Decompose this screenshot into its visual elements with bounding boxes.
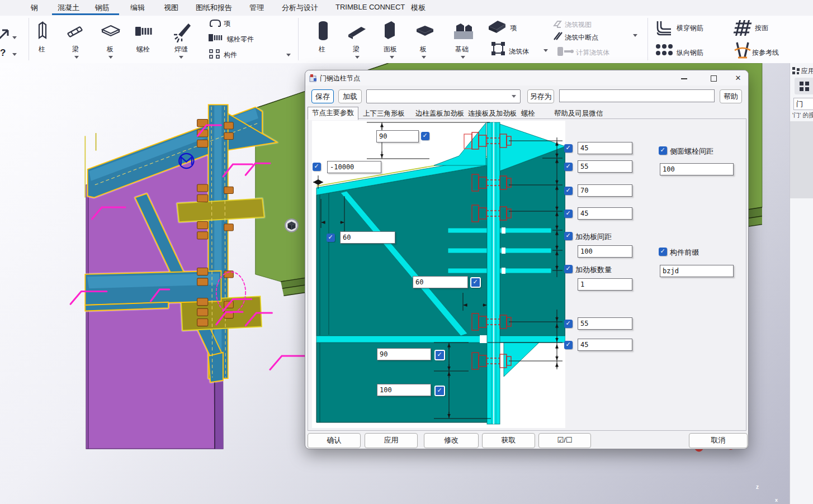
bottom-dim-a-checkbox[interactable] [434,350,445,360]
weld-caret[interactable] [179,56,183,59]
panel-grid-button[interactable] [795,78,813,94]
bottom-right-dim-1-checkbox[interactable] [564,320,573,328]
side-bolt-spacing-checkbox[interactable] [659,146,667,155]
gusset-offset-field[interactable] [340,231,395,244]
component-search-input[interactable] [793,98,813,110]
concrete-item-icon[interactable] [485,18,508,35]
slab-icon[interactable] [415,25,435,39]
elevation-checkbox[interactable] [313,163,321,171]
footing-label[interactable]: 基础 [455,45,469,54]
menu-edit[interactable]: 编辑 [130,3,145,13]
maximize-button[interactable] [704,73,723,84]
slab-label[interactable]: 板 [420,45,427,54]
right-dim-4-checkbox[interactable] [564,210,573,218]
by-refline-label[interactable]: 按参考线 [752,48,779,58]
right-dim-4-field[interactable] [578,207,632,220]
stiffener-spacing-checkbox[interactable] [564,232,573,240]
gusset-offset-checkbox[interactable] [327,234,335,242]
cancel-button[interactable]: 取消 [689,433,748,448]
by-face-label[interactable]: 按面 [755,23,768,33]
results-area[interactable] [790,121,813,198]
steel-beam-caret[interactable] [74,56,79,59]
menu-template[interactable]: 模板 [411,3,426,13]
right-dim-1-checkbox[interactable] [564,144,573,153]
steel-column-icon[interactable] [35,21,50,41]
bottom-right-dim-2-checkbox[interactable] [564,341,573,349]
get-button[interactable]: 获取 [482,433,535,448]
elevation-field[interactable] [327,161,381,173]
brace-offset-field[interactable] [413,276,468,288]
concrete-beam-caret[interactable] [355,56,360,59]
menu-steel[interactable]: 钢 [31,3,38,13]
panel-caret[interactable] [390,56,394,59]
concrete-beam-label[interactable]: 梁 [353,45,360,54]
menu-rebar[interactable]: 钢筋 [95,3,110,13]
right-dim-3-checkbox[interactable] [564,187,573,195]
dialog-titlebar[interactable]: 门钢边柱节点 ✕ [305,70,748,85]
close-button[interactable]: ✕ [729,73,748,84]
panel-label[interactable]: 面板 [384,45,397,54]
steel-group-caret[interactable] [286,54,291,56]
prefix-checkbox[interactable] [659,248,667,256]
menu-manage[interactable]: 管理 [249,3,264,13]
prefix-field[interactable] [660,265,734,277]
concrete-item-label[interactable]: 项 [510,23,517,33]
save-as-button[interactable]: 另存为 [527,89,554,103]
bottom-right-dim-2-field[interactable] [578,339,632,351]
right-dim-1-field[interactable] [578,142,632,154]
steel-beam-label[interactable]: 梁 [72,45,79,54]
brace-offset-checkbox[interactable] [470,277,481,288]
weld-icon[interactable] [171,20,193,42]
by-face-icon[interactable] [731,19,753,37]
save-as-name-input[interactable] [559,89,715,102]
component-icon[interactable] [209,49,220,59]
stiffener-count-field[interactable] [578,278,632,291]
pour-break-label[interactable]: 浇筑中断点 [565,33,598,42]
menu-concrete[interactable]: 混凝土 [58,3,79,13]
concrete-column-label[interactable]: 柱 [319,45,325,54]
steel-item-label[interactable]: 项 [224,19,230,28]
stiffener-count-checkbox[interactable] [564,265,573,273]
bottom-right-dim-1-field[interactable] [578,317,632,330]
menu-analysis[interactable]: 分析与设计 [282,3,318,13]
ok-button[interactable]: 确认 [308,433,361,448]
bottom-dim-b-checkbox[interactable] [434,386,445,396]
minimize-button[interactable] [675,73,694,84]
top-bolt-edge-field[interactable] [376,130,419,142]
tab-main-params[interactable]: 节点主要参数 [308,107,358,120]
pour-break-icon[interactable] [552,31,563,41]
side-bolt-spacing-field[interactable] [660,163,734,175]
menu-drawings-reports[interactable]: 图纸和报告 [196,3,232,13]
stiffener-spacing-field[interactable] [578,245,632,258]
right-dim-2-checkbox[interactable] [564,163,573,171]
right-dim-2-field[interactable] [578,160,632,173]
bolt-part-icon[interactable] [208,34,224,42]
crossing-rebar-icon[interactable] [655,20,673,36]
pour-object-icon[interactable] [491,41,505,56]
pour-object-label[interactable]: 浇筑体 [509,47,529,56]
top-bolt-edge-checkbox[interactable] [421,132,429,140]
concrete-beam-icon[interactable] [347,22,369,40]
component-label[interactable]: 构件 [224,50,237,60]
pour-break-caret[interactable] [633,34,637,37]
toggle-all-checkboxes-button[interactable]: ☑/☐ [538,433,591,448]
steel-column-label[interactable]: 柱 [39,45,45,54]
help-tool-icon[interactable]: ? [0,47,6,59]
footing-caret[interactable] [461,56,465,59]
steel-item-icon[interactable] [209,18,221,27]
bottom-dim-b-field[interactable] [377,384,431,396]
longitudinal-rebar-label[interactable]: 纵向钢筋 [677,48,703,58]
concrete-column-icon[interactable] [316,20,330,42]
bolt-label[interactable]: 螺栓 [136,45,150,54]
menu-view[interactable]: 视图 [164,3,178,13]
bottom-dim-a-field[interactable] [377,348,431,360]
save-button[interactable]: 保存 [311,89,334,103]
pour-caret[interactable] [543,49,548,52]
apply-button[interactable]: 应用 [365,433,418,448]
steel-plate-label[interactable]: 板 [107,45,114,54]
bolt-part-label[interactable]: 螺栓零件 [227,35,254,44]
menu-trimble-connect[interactable]: TRIMBLE CONNECT [335,3,405,11]
panel-icon[interactable] [381,20,398,42]
help-tool-caret[interactable] [12,53,17,56]
weld-label[interactable]: 焊缝 [174,45,188,54]
